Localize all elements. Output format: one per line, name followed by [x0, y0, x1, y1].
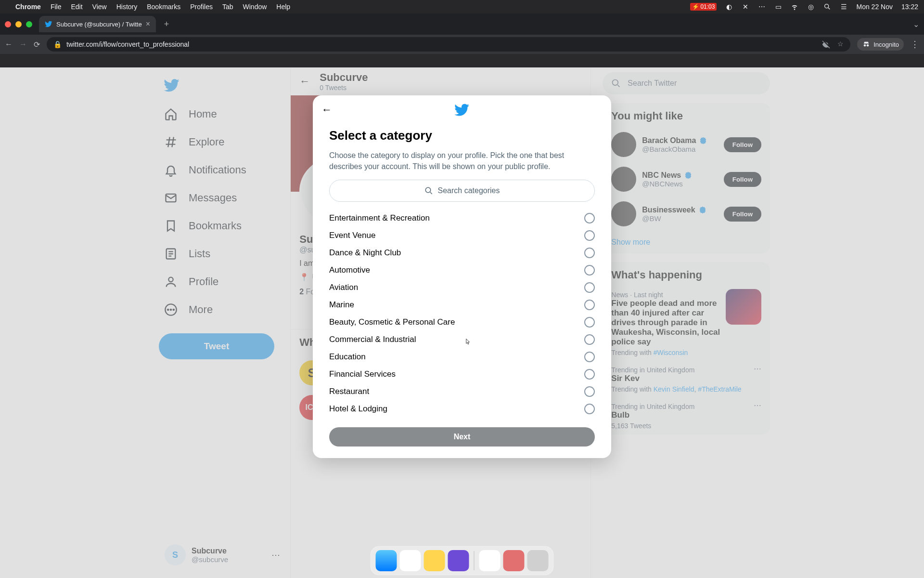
- category-label: Education: [329, 352, 366, 362]
- category-option[interactable]: Restaurant: [329, 383, 595, 400]
- menu-window[interactable]: Window: [243, 3, 267, 11]
- dock-app-red[interactable]: [503, 550, 525, 571]
- category-search[interactable]: Search categories: [329, 180, 595, 202]
- category-label: Automotive: [329, 265, 370, 275]
- new-tab-button[interactable]: +: [160, 17, 173, 31]
- menu-file[interactable]: File: [51, 3, 62, 11]
- battery-indicator[interactable]: ⚡01:03: [690, 3, 717, 11]
- window-zoom-button[interactable]: [26, 21, 32, 27]
- window-controls: [5, 21, 32, 27]
- window-close-button[interactable]: [5, 21, 11, 27]
- svg-point-0: [825, 4, 829, 8]
- radio-icon[interactable]: [584, 213, 595, 223]
- category-option[interactable]: Entertainment & Recreation: [329, 210, 595, 227]
- menu-extra-icon[interactable]: ⋯: [758, 3, 766, 11]
- category-option[interactable]: Beauty, Cosmetic & Personal Care: [329, 314, 595, 331]
- radio-icon[interactable]: [584, 317, 595, 328]
- reload-icon[interactable]: ⟳: [34, 40, 40, 49]
- radio-icon[interactable]: [584, 369, 595, 380]
- radio-icon[interactable]: [584, 404, 595, 414]
- category-option[interactable]: Education: [329, 348, 595, 366]
- category-label: Financial Services: [329, 369, 396, 379]
- mac-menubar: Chrome File Edit View History Bookmarks …: [0, 0, 924, 13]
- tabs-dropdown-icon[interactable]: ⌄: [913, 20, 919, 29]
- dock-app-textedit[interactable]: [479, 550, 500, 571]
- radio-icon[interactable]: [584, 300, 595, 310]
- browser-tab[interactable]: Subcurve (@subcurve) / Twitte ×: [39, 16, 156, 32]
- radio-icon[interactable]: [584, 265, 595, 276]
- menu-bookmarks[interactable]: Bookmarks: [147, 3, 180, 11]
- dock-app-purple[interactable]: [448, 550, 469, 571]
- category-option[interactable]: Financial Services: [329, 366, 595, 383]
- category-option[interactable]: Aviation: [329, 279, 595, 296]
- dock-app-trash[interactable]: [527, 550, 549, 571]
- spotlight-icon[interactable]: [823, 3, 831, 11]
- category-option[interactable]: Dance & Night Club: [329, 244, 595, 262]
- url-text: twitter.com/i/flow/convert_to_profession…: [66, 40, 189, 48]
- dock-separator: [474, 551, 475, 570]
- modal-description: Choose the category to display on your p…: [329, 150, 595, 172]
- incognito-label: Incognito: [873, 41, 899, 48]
- menu-profiles[interactable]: Profiles: [190, 3, 213, 11]
- menu-help[interactable]: Help: [276, 3, 290, 11]
- menubar-time[interactable]: 13:22: [901, 3, 918, 11]
- battery-time: 01:03: [700, 3, 715, 10]
- category-label: Marine: [329, 300, 354, 310]
- tool-icon[interactable]: ✕: [742, 3, 749, 11]
- svg-point-11: [425, 188, 431, 193]
- radio-icon[interactable]: [584, 386, 595, 397]
- dock-app-notes[interactable]: [424, 550, 445, 571]
- tab-title: Subcurve (@subcurve) / Twitte: [56, 21, 142, 28]
- radio-icon[interactable]: [584, 352, 595, 362]
- tabstrip: Subcurve (@subcurve) / Twitte × + ⌄: [0, 13, 924, 35]
- menubar-date[interactable]: Mon 22 Nov: [856, 3, 892, 11]
- omnibox[interactable]: 🔒 twitter.com/i/flow/convert_to_professi…: [47, 37, 850, 52]
- search-placeholder: Search categories: [438, 186, 500, 195]
- battery-icon[interactable]: ▭: [774, 3, 782, 11]
- chrome-window: Subcurve (@subcurve) / Twitte × + ⌄ ← → …: [0, 13, 924, 578]
- control-center-icon[interactable]: ◎: [807, 3, 815, 11]
- category-list: Entertainment & RecreationEvent VenueDan…: [329, 210, 595, 418]
- twitter-logo-icon: [454, 102, 470, 118]
- dock: [371, 546, 554, 575]
- menu-tab[interactable]: Tab: [222, 3, 233, 11]
- window-minimize-button[interactable]: [15, 21, 22, 27]
- radio-icon[interactable]: [584, 282, 595, 293]
- nav-forward-icon: →: [19, 40, 27, 49]
- svg-point-2: [867, 44, 869, 47]
- modal-back-icon[interactable]: ←: [321, 104, 332, 116]
- address-bar: ← → ⟳ 🔒 twitter.com/i/flow/convert_to_pr…: [0, 35, 924, 54]
- star-icon[interactable]: ☆: [837, 40, 844, 49]
- category-option[interactable]: Hotel & Lodging: [329, 400, 595, 418]
- category-option[interactable]: Marine: [329, 296, 595, 314]
- radio-icon[interactable]: [584, 230, 595, 241]
- menu-edit[interactable]: Edit: [71, 3, 82, 11]
- category-label: Hotel & Lodging: [329, 404, 387, 414]
- category-option[interactable]: Commercial & Industrial: [329, 331, 595, 348]
- menu-view[interactable]: View: [92, 3, 107, 11]
- category-option[interactable]: Event Venue: [329, 227, 595, 244]
- tab-close-icon[interactable]: ×: [146, 20, 150, 28]
- dock-app-chrome[interactable]: [400, 550, 421, 571]
- eye-off-icon[interactable]: [822, 40, 831, 49]
- radio-icon[interactable]: [584, 334, 595, 345]
- category-modal: ← Select a category Choose the category …: [313, 95, 611, 458]
- incognito-badge[interactable]: Incognito: [857, 38, 904, 51]
- user-switch-icon[interactable]: ☰: [840, 3, 847, 11]
- wifi-icon[interactable]: [791, 3, 798, 11]
- menubar-app-name[interactable]: Chrome: [15, 3, 41, 11]
- toggl-icon[interactable]: ◐: [725, 3, 733, 11]
- category-label: Entertainment & Recreation: [329, 213, 430, 223]
- lock-icon[interactable]: 🔒: [53, 40, 62, 48]
- next-button[interactable]: Next: [329, 427, 595, 447]
- menu-history[interactable]: History: [116, 3, 138, 11]
- category-label: Dance & Night Club: [329, 248, 401, 258]
- dock-app-finder[interactable]: [376, 550, 397, 571]
- radio-icon[interactable]: [584, 248, 595, 258]
- category-option[interactable]: Automotive: [329, 262, 595, 279]
- search-icon: [424, 186, 433, 195]
- chrome-menu-icon[interactable]: ⋮: [911, 39, 919, 50]
- nav-back-icon[interactable]: ←: [5, 40, 13, 49]
- incognito-icon: [862, 40, 871, 49]
- svg-point-1: [864, 44, 866, 47]
